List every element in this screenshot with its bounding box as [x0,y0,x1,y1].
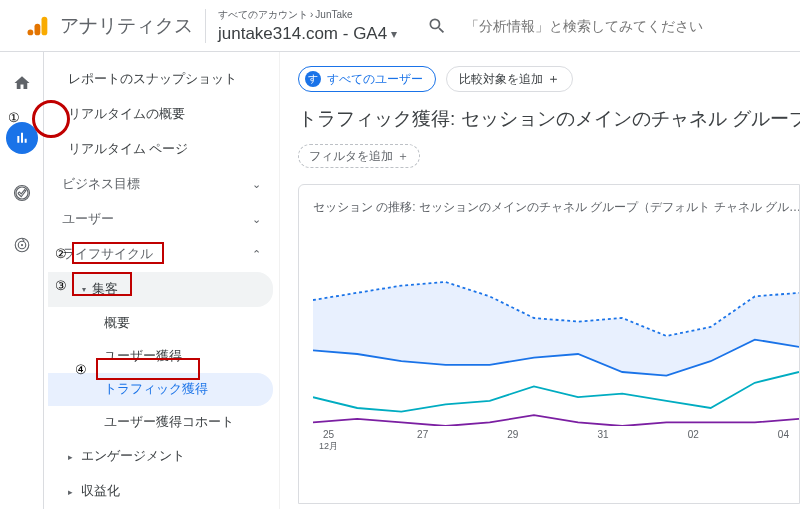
search-wrap [427,16,715,36]
nav-user[interactable]: ユーザー⌄ [48,202,273,237]
chevron-down-icon: ⌄ [252,213,261,226]
chart-title: セッション の推移: セッションのメインのチャネル グループ（デフォルト チャネ… [313,199,799,216]
plus-icon: ＋ [547,70,560,88]
nav-monetization[interactable]: 収益化 [48,474,273,509]
explore-icon[interactable] [9,180,35,206]
nav-lifecycle[interactable]: ライフサイクル⌃ [48,237,273,272]
main-content: す すべてのユーザー 比較対象を追加＋ トラフィック獲得: セッションのメインの… [280,52,800,509]
divider [205,9,206,43]
report-title: トラフィック獲得: セッションのメインのチャネル グループ [298,106,800,132]
svg-rect-1 [35,23,41,35]
caret-down-icon: ▾ [82,285,86,294]
left-rail [0,52,44,509]
advertising-icon[interactable] [9,232,35,258]
report-nav: レポートのスナップショット リアルタイムの概要 リアルタイム ページ ビジネス目… [44,52,280,509]
add-filter-chip[interactable]: フィルタを追加＋ [298,144,420,168]
top-bar: アナリティクス すべてのアカウント›JunTake juntake314.com… [0,0,800,52]
plus-icon: ＋ [397,149,409,164]
chip-all-users[interactable]: す すべてのユーザー [298,66,436,92]
nav-acq-overview[interactable]: 概要 [48,307,273,340]
svg-point-5 [20,244,22,246]
reports-icon[interactable] [6,122,38,154]
nav-acq-traffic[interactable]: トラフィック獲得 [48,373,273,406]
breadcrumb: すべてのアカウント›JunTake [218,8,397,22]
nav-acq-user[interactable]: ユーザー獲得 [48,340,273,373]
nav-acquisition[interactable]: ▾集客 [48,272,273,307]
nav-snapshot[interactable]: レポートのスナップショット [48,62,273,97]
line-chart: 2512月2729310204 [313,246,799,476]
chip-add-comparison[interactable]: 比較対象を追加＋ [446,66,573,92]
x-axis: 2512月2729310204 [313,429,799,453]
chip-badge-icon: す [305,71,321,87]
chevron-down-icon: ⌄ [252,178,261,191]
nav-business-goals[interactable]: ビジネス目標⌄ [48,167,273,202]
chevron-down-icon: ▾ [391,27,397,41]
nav-realtime-pages[interactable]: リアルタイム ページ [48,132,273,167]
chart-card: セッション の推移: セッションのメインのチャネル グループ（デフォルト チャネ… [298,184,800,504]
svg-rect-0 [42,16,48,35]
property-switcher[interactable]: すべてのアカウント›JunTake juntake314.com - GA4 ▾ [218,8,397,44]
search-input[interactable] [465,18,715,34]
analytics-logo-icon [24,12,52,40]
nav-acq-cohort[interactable]: ユーザー獲得コホート [48,406,273,439]
nav-engagement[interactable]: エンゲージメント [48,439,273,474]
svg-point-2 [28,29,34,35]
property-name: juntake314.com - GA4 [218,24,387,44]
search-icon[interactable] [427,16,447,36]
nav-realtime-overview[interactable]: リアルタイムの概要 [48,97,273,132]
product-name: アナリティクス [60,13,193,39]
chevron-up-icon: ⌃ [252,248,261,261]
home-icon[interactable] [9,70,35,96]
